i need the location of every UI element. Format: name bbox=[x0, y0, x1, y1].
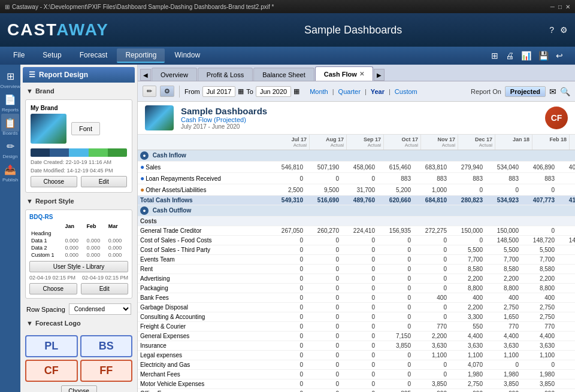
logo-tile-bs[interactable]: BS bbox=[80, 335, 133, 357]
report-logo bbox=[145, 105, 174, 130]
menu-icon-1[interactable]: ⊞ bbox=[489, 50, 501, 62]
style-section-label: Report Style bbox=[35, 197, 74, 205]
menu-window[interactable]: Window bbox=[166, 48, 208, 63]
col-header-jul17: Jul 17Actual bbox=[273, 135, 310, 150]
total-inflows-row: Total Cash Inflows 549,310 516,690 489,7… bbox=[138, 196, 575, 205]
costs-subsection: Costs bbox=[138, 217, 575, 226]
projected-btn[interactable]: Projected bbox=[505, 86, 546, 97]
style-edit-btn[interactable]: Edit bbox=[81, 283, 129, 294]
report-date-range: July 2017 - June 2020 bbox=[181, 123, 538, 130]
other-assets-label: ●Other Assets/Liabilities bbox=[138, 184, 270, 196]
tab-cash-flow[interactable]: Cash Flow ✕ bbox=[315, 66, 373, 81]
title-bar: ⊞ Castaway - X:\Development\PXIF Files\D… bbox=[0, 0, 575, 13]
tab-balance-sheet[interactable]: Balance Sheet bbox=[253, 68, 314, 81]
table-row: ●Sales 546,810 507,190 458,060 615,460 6… bbox=[138, 162, 575, 173]
calendar-icon-1[interactable]: ▦ bbox=[238, 87, 244, 95]
tab-overview[interactable]: Overview bbox=[152, 68, 197, 81]
tab-nav-left[interactable]: ◀ bbox=[140, 69, 151, 81]
table-row: Electricity and Gas000004,07000013,20000… bbox=[138, 360, 575, 370]
toolbar-sep-1 bbox=[179, 86, 180, 98]
data-table-wrapper[interactable]: ● Cash Inflow ●Sales 546,810 507,190 458… bbox=[138, 150, 575, 392]
inflow-section-label: ● Cash Inflow bbox=[138, 150, 575, 162]
brand-logo-img bbox=[31, 114, 66, 144]
settings-btn[interactable]: ⚙ bbox=[160, 86, 174, 97]
menu-file[interactable]: File bbox=[5, 48, 33, 63]
table-row: Freight & Courier00007705507707707707707… bbox=[138, 322, 575, 332]
logo-tile-cf[interactable]: CF bbox=[25, 360, 78, 382]
period-month-btn[interactable]: Month bbox=[308, 87, 330, 96]
col-header-oct17: Oct 17Actual bbox=[384, 135, 421, 150]
toolbar: ✏ ⚙ From Jul 2017 ▦ To Jun 2020 ▦ Month … bbox=[138, 81, 575, 102]
left-panel-header: ☰ Report Design bbox=[23, 67, 135, 83]
menu-forecast[interactable]: Forecast bbox=[71, 48, 116, 63]
settings-icon[interactable]: ⚙ bbox=[560, 25, 568, 35]
user-style-btn[interactable]: User Style - Library bbox=[29, 261, 128, 272]
brand-edit-btn[interactable]: Edit bbox=[81, 176, 128, 187]
panel-title: Report Design bbox=[39, 71, 88, 79]
logo-tile-pl[interactable]: PL bbox=[25, 335, 78, 357]
search-icon[interactable]: 🔍 bbox=[560, 87, 570, 96]
logo-tile-ff[interactable]: FF bbox=[80, 360, 133, 382]
period-quarter-btn[interactable]: Quarter bbox=[337, 87, 362, 96]
outflow-section-label: ● Cash Outflow bbox=[138, 205, 575, 217]
style-choose-btn[interactable]: Choose bbox=[29, 283, 77, 294]
forecast-logo-section-header[interactable]: ▼ Forecast Logo bbox=[23, 317, 135, 329]
to-label: To bbox=[246, 88, 253, 95]
brand-choose-btn[interactable]: Choose bbox=[31, 176, 77, 187]
period-year-btn[interactable]: Year bbox=[369, 87, 386, 96]
brand-section-header[interactable]: ▼ Brand bbox=[23, 85, 135, 97]
menu-setup[interactable]: Setup bbox=[34, 48, 69, 63]
date-range: From Jul 2017 ▦ To Jun 2020 ▦ bbox=[184, 86, 299, 97]
menu-reporting[interactable]: Reporting bbox=[117, 48, 165, 63]
color-strip bbox=[31, 148, 127, 157]
sidebar-label-publish: Publish bbox=[2, 177, 18, 183]
style-section-header[interactable]: ▼ Report Style bbox=[23, 195, 135, 207]
header-icons: ? ⚙ bbox=[549, 25, 568, 35]
table-row: ●Loan Repayments Received 0 0 0 883 883 … bbox=[138, 173, 575, 184]
style-date-created: 02-04-19 02:15 PM 02-04-19 02:15 PM bbox=[29, 275, 128, 281]
sales-label: ●Sales bbox=[138, 162, 270, 173]
calendar-icon-2[interactable]: ▦ bbox=[293, 87, 299, 95]
sidebar-btn-reports[interactable]: 📄 bbox=[1, 90, 19, 108]
report-type-badge: CF bbox=[545, 107, 568, 129]
sidebar-btn-design[interactable]: ✏ bbox=[1, 137, 19, 155]
menu-icon-5[interactable]: ↩ bbox=[553, 50, 565, 62]
title-bar-controls[interactable]: ─ □ ✕ bbox=[550, 4, 570, 10]
help-icon[interactable]: ? bbox=[549, 25, 554, 35]
menu-icon-3[interactable]: 📊 bbox=[519, 50, 534, 62]
logo-choose-btn[interactable]: Choose bbox=[61, 385, 97, 392]
tab-nav-right[interactable]: ▶ bbox=[374, 69, 385, 81]
loan-label: ●Loan Repayments Received bbox=[138, 173, 270, 184]
hamburger-icon[interactable]: ☰ bbox=[29, 71, 35, 79]
period-custom-btn[interactable]: Custom bbox=[393, 87, 419, 96]
row-spacing-select[interactable]: Condensed Normal Expanded bbox=[69, 303, 131, 315]
menu-left: File Setup Forecast Reporting Window bbox=[5, 48, 208, 63]
app-title: Sample Dashboards bbox=[119, 24, 540, 37]
to-date[interactable]: Jun 2020 bbox=[256, 86, 291, 97]
col-header-sep17: Sep 17Actual bbox=[347, 135, 384, 150]
row-spacing-row: Row Spacing Condensed Normal Expanded bbox=[23, 301, 135, 317]
envelope-icon[interactable]: ✉ bbox=[549, 87, 556, 96]
tab-close-icon[interactable]: ✕ bbox=[359, 71, 364, 77]
menu-icon-4[interactable]: 💾 bbox=[536, 50, 551, 62]
sidebar-btn-overview[interactable]: ⊞ bbox=[1, 67, 19, 85]
sidebar-group-publish: 📤 Publish bbox=[1, 160, 19, 183]
maximize-btn[interactable]: □ bbox=[558, 4, 562, 10]
close-btn[interactable]: ✕ bbox=[565, 4, 570, 10]
font-button[interactable]: Font bbox=[71, 122, 100, 135]
sidebar-btn-boards[interactable]: 📋 bbox=[1, 114, 19, 132]
table-row: Cost of Sales - Food Costs000000148,5001… bbox=[138, 236, 575, 245]
color-block-4 bbox=[89, 148, 108, 157]
app-logo: CASTAWAY bbox=[7, 20, 109, 39]
table-row: Office Expenses0008259009909909909909909… bbox=[138, 389, 575, 393]
table-row: General Expenses0007,1502,2004,4004,4004… bbox=[138, 332, 575, 341]
minimize-btn[interactable]: ─ bbox=[550, 4, 555, 10]
sidebar-label-design: Design bbox=[3, 154, 18, 159]
brand-date-info: Date Created: 22-10-19 11:16 AM bbox=[31, 159, 127, 165]
pencil-btn[interactable]: ✏ bbox=[143, 86, 156, 97]
menu-icon-2[interactable]: 🖨 bbox=[503, 50, 516, 62]
sidebar-btn-publish[interactable]: 📤 bbox=[1, 160, 19, 178]
table-row: Cost of Sales - Third Party000005,5005,5… bbox=[138, 245, 575, 255]
tab-profit-loss[interactable]: Profit & Loss bbox=[198, 68, 253, 81]
from-date[interactable]: Jul 2017 bbox=[202, 86, 236, 97]
